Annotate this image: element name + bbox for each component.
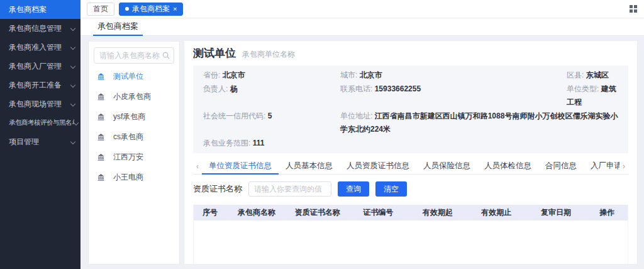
col-valid-from: 有效期起 [409,207,467,218]
top-tab-bar: 首页 承包商档案 × [80,0,644,18]
contractor-detail-panel: 测试单位 承包商单位名称 省份: 北京市 城市: 北京市 区县: 东城区 负责人… [184,40,638,265]
building-icon [97,72,105,81]
col-contractor-name: 承包商名称 [226,207,287,218]
company-name: 小王电商 [113,172,143,183]
company-name: 测试单位 [113,71,143,82]
col-cert-number: 证书编号 [348,207,409,218]
cert-name-input[interactable] [248,181,331,197]
sidebar-item-contractor-site-mgmt[interactable]: 承包商现场管理 [0,94,80,113]
tab-contractor-archive[interactable]: 承包商档案 × [119,3,183,16]
sidebar-item-label: 承包商考核评价与黑名单管理 [9,118,74,127]
tab-personnel-physical-exam[interactable]: 人员体检信息 [477,158,538,175]
chevron-down-icon [70,26,75,31]
sidebar-item-contractor-info-mgmt[interactable]: 承包商信息管理 [0,19,80,38]
chevron-down-icon [70,83,75,88]
list-item-company[interactable]: ysf承包商 [89,106,179,127]
sidebar-item-contractor-entry-mgmt[interactable]: 承包商入厂管理 [0,57,80,76]
chevron-down-icon [74,120,79,125]
building-icon [97,173,105,181]
tab-unit-qualification-cert[interactable]: 单位资质证书信息 [202,158,279,175]
sidebar-item-label: 承包商准入管理 [9,42,62,53]
field-credit-code: 社会统一信用代码: 5 [203,110,340,137]
page-title: 测试单位 [193,46,236,60]
scroll-right-icon[interactable]: › [619,162,628,171]
field-company-type: 单位类型: 建筑工程 [567,83,618,110]
page-subtitle: 承包商单位名称 [242,49,295,60]
field-phone: 联系电话: 15933662255 [340,83,567,110]
col-actions: 操作 [586,207,628,218]
field-district: 区县: 东城区 [567,69,618,83]
clear-button[interactable]: 清空 [375,181,407,197]
contractor-list: 测试单位 小皮承包商 ysf承包商 cs承包商 江西万安 小王电商 [89,66,179,187]
col-valid-to: 有效期止 [467,207,526,218]
field-address: 单位地址: 江西省南昌市新建区西山镇万和路1088号南师附小万创校区儒乐湖实验小… [340,110,618,137]
col-cert-name: 资质证书名称 [287,207,348,218]
field-business-scope: 承包业务范围: 111 [203,137,340,151]
tab-label: 首页 [93,4,108,14]
building-icon [97,93,105,101]
company-name: cs承包商 [113,132,143,142]
tab-home[interactable]: 首页 [87,3,114,16]
field-city: 城市: 北京市 [340,69,567,83]
cert-name-label: 资质证书名称 [193,183,242,195]
scroll-left-icon[interactable]: ‹ [193,162,202,171]
search-icon [162,52,170,59]
tab-personnel-qualification-cert[interactable]: 人员资质证书信息 [340,158,416,175]
page-tab-bar: 承包商档案 [80,18,644,36]
apps-grid-icon[interactable] [630,5,638,13]
company-name: ysf承包商 [113,112,145,122]
chevron-down-icon [70,101,75,106]
cert-table: 序号 承包商名称 资质证书名称 证书编号 有效期起 有效期止 复审日期 操作 [193,205,628,265]
tab-label: 承包商档案 [132,4,170,14]
chevron-down-icon [70,45,75,50]
sidebar: 承包商档案 承包商信息管理 承包商准入管理 承包商入厂管理 承包商开工准备 承包… [0,0,80,269]
list-item-company[interactable]: cs承包商 [89,127,179,147]
list-item-company[interactable]: 江西万安 [89,147,179,167]
chevron-down-icon [70,64,75,69]
field-person-in-charge: 负责人: 杨 [203,83,340,110]
sidebar-item-label: 承包商现场管理 [9,99,62,110]
chevron-down-icon [70,139,75,144]
sidebar-item-label: 承包商开工准备 [9,80,62,91]
sidebar-item-contractor-archive[interactable]: 承包商档案 [0,0,80,19]
sidebar-item-contractor-evaluation-blacklist[interactable]: 承包商考核评价与黑名单管理 [0,113,80,132]
company-name: 小皮承包商 [113,91,151,102]
company-info-box: 省份: 北京市 城市: 北京市 区县: 东城区 负责人: 杨 联系电话: 159… [193,66,628,153]
field-province: 省份: 北京市 [203,69,340,83]
building-icon [97,153,105,161]
tab-personnel-insurance[interactable]: 人员保险信息 [416,158,477,175]
list-item-company[interactable]: 小皮承包商 [89,86,179,106]
col-review-date: 复审日期 [526,207,587,218]
tab-personnel-basic-info[interactable]: 人员基本信息 [279,158,340,175]
tab-entry-application[interactable]: 入厂申请表 [584,158,619,175]
building-icon [97,113,105,121]
query-form: 资质证书名称 查询 清空 [193,181,628,197]
contractor-list-panel: 测试单位 小皮承包商 ysf承包商 cs承包商 江西万安 小王电商 [88,41,180,265]
sidebar-item-project-mgmt[interactable]: 项目管理 [0,132,80,151]
sidebar-item-contractor-work-prep[interactable]: 承包商开工准备 [0,76,80,94]
table-header-row: 序号 承包商名称 资质证书名称 证书编号 有效期起 有效期止 复审日期 操作 [194,205,628,220]
sidebar-item-contractor-access-mgmt[interactable]: 承包商准入管理 [0,38,80,57]
company-name: 江西万安 [113,152,143,163]
list-item-company[interactable]: 小王电商 [89,167,179,187]
sidebar-item-label: 承包商入厂管理 [9,61,62,72]
tab-contract-info[interactable]: 合同信息 [538,158,584,175]
search-button[interactable]: 查询 [338,181,369,197]
detail-tab-strip: ‹ 单位资质证书信息 人员基本信息 人员资质证书信息 人员保险信息 人员体检信息… [193,158,628,175]
table-empty-body [194,220,628,265]
col-index: 序号 [194,207,226,218]
sidebar-item-label: 承包商信息管理 [9,23,62,34]
close-icon[interactable]: × [173,6,177,13]
building-icon [97,133,105,141]
sidebar-item-label: 项目管理 [9,137,39,147]
page-tab-contractor-archive[interactable]: 承包商档案 [93,18,143,36]
sidebar-item-label: 承包商档案 [9,4,47,15]
list-item-company[interactable]: 测试单位 [89,66,179,86]
active-dot-icon [125,7,129,11]
